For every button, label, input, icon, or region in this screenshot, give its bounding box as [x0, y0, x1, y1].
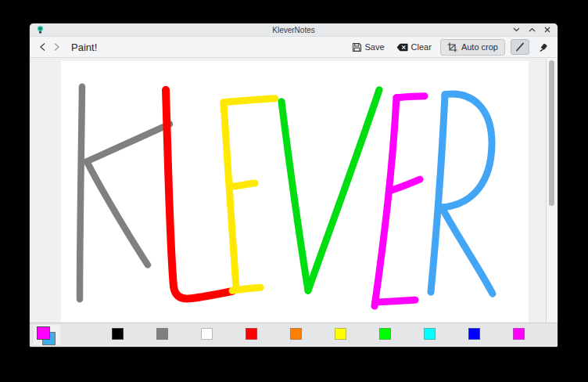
auto-crop-button[interactable]: Auto crop	[440, 39, 505, 56]
save-label: Save	[365, 42, 385, 52]
color-swatch-7[interactable]	[424, 328, 436, 340]
canvas-area	[30, 58, 558, 323]
primary-color-swatch	[37, 326, 50, 340]
clear-button[interactable]: Clear	[393, 40, 435, 54]
eraser-icon	[539, 42, 549, 52]
letter-V	[281, 90, 379, 290]
color-swatch-2[interactable]	[201, 328, 213, 340]
letter-E	[224, 99, 275, 291]
color-swatch-6[interactable]	[379, 328, 391, 340]
page-title: Paint!	[71, 41, 97, 53]
color-swatch-1[interactable]	[156, 328, 168, 340]
minimize-icon[interactable]	[512, 26, 520, 34]
save-icon	[352, 42, 362, 52]
drawing-canvas[interactable]	[61, 61, 529, 323]
back-button[interactable]	[35, 40, 49, 54]
toolbar: Paint! Save Clear	[30, 37, 558, 58]
titlebar: KleverNotes	[30, 23, 558, 37]
color-swatch-3[interactable]	[246, 328, 257, 340]
color-swatch-5[interactable]	[335, 328, 346, 340]
save-button[interactable]: Save	[349, 40, 388, 55]
color-swatch-8[interactable]	[468, 328, 480, 340]
current-colors-indicator[interactable]	[34, 325, 60, 345]
color-swatch-9[interactable]	[513, 328, 525, 340]
window-title: KleverNotes	[30, 26, 558, 34]
clear-icon	[396, 43, 408, 52]
forward-button[interactable]	[49, 40, 63, 54]
klever-drawing	[61, 61, 529, 323]
letter-K	[80, 87, 170, 299]
pen-tool-button[interactable]	[511, 39, 529, 55]
letter-E	[375, 96, 425, 306]
close-icon[interactable]	[543, 26, 551, 34]
color-swatch-0[interactable]	[112, 328, 124, 340]
letter-R	[431, 94, 493, 294]
maximize-icon[interactable]	[528, 26, 536, 34]
auto-crop-label: Auto crop	[461, 42, 498, 52]
color-palette-bar	[30, 323, 558, 347]
scrollbar-track[interactable]	[546, 58, 558, 323]
scrollbar-thumb[interactable]	[549, 60, 554, 206]
crop-icon	[447, 42, 457, 52]
eraser-tool-button[interactable]	[535, 40, 552, 54]
clear-label: Clear	[411, 42, 432, 52]
klevernotes-window: KleverNotes Paint!	[30, 23, 558, 347]
color-swatch-4[interactable]	[290, 328, 302, 340]
pen-icon	[515, 42, 525, 52]
